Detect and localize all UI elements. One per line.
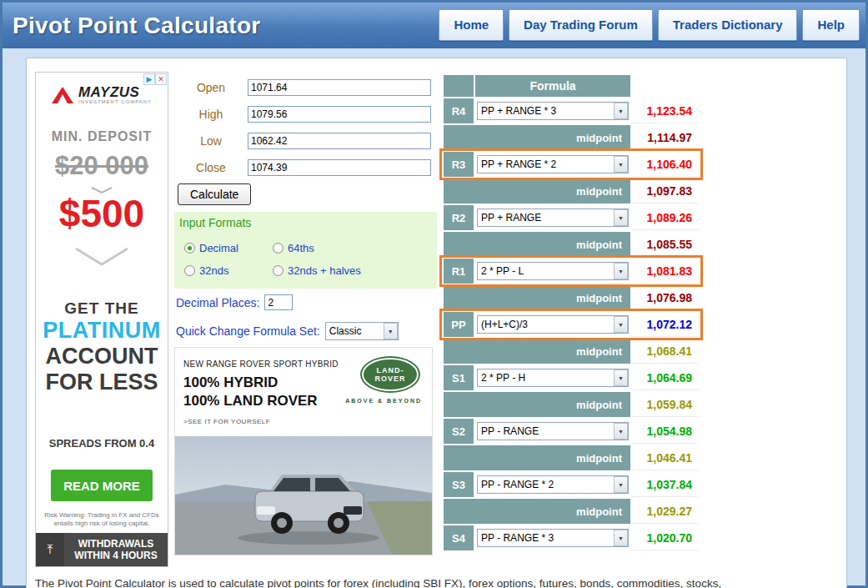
nav-traders-dictionary[interactable]: Traders Dictionary	[658, 9, 798, 41]
value-r1: 1,081.83	[632, 259, 699, 284]
footer-description: The Pivot Point Calculator is used to ca…	[35, 577, 835, 588]
close-label: Close	[174, 161, 248, 174]
adchoices: ▶ ✕	[143, 73, 167, 85]
radio-32nds-halves[interactable]	[273, 265, 283, 276]
value-s4: 1,020.70	[632, 525, 699, 550]
value-r4: 1,123.54	[632, 98, 699, 123]
row-label-pp: PP	[444, 312, 474, 337]
calculate-button[interactable]: Calculate	[178, 183, 251, 205]
open-label: Open	[174, 81, 248, 94]
low-input[interactable]	[248, 133, 431, 149]
field-row-close: Close	[174, 158, 437, 176]
ad-line-account: ACCOUNT	[36, 344, 168, 369]
brand-subtitle: INVESTMENT COMPANY	[78, 99, 152, 104]
lr-cta[interactable]: >SEE IT FOR YOURSELF	[183, 418, 270, 425]
nav-day-trading-forum[interactable]: Day Trading Forum	[509, 9, 653, 41]
high-label: High	[174, 108, 248, 121]
radio-decimal[interactable]	[184, 243, 195, 254]
lr-headline: NEW RANGE ROVER SPORT HYBRID	[183, 359, 339, 369]
value-r3: 1,106.40	[632, 152, 699, 177]
land-rover-logo: LAND- ROVER	[362, 358, 419, 391]
midpoint-label-5: midpoint	[444, 339, 630, 364]
formula-select-s4[interactable]: PP - RANGE * 3	[477, 529, 629, 547]
formula-select-r2[interactable]: PP + RANGE	[477, 209, 629, 227]
ad-line-for-less: FOR LESS	[36, 369, 168, 395]
midpoint-label-7: midpoint	[444, 445, 630, 470]
value-s1: 1,064.69	[632, 365, 699, 390]
row-label-s1: S1	[444, 365, 474, 390]
withdrawals-line2: WITHIN 4 HOURS	[64, 550, 168, 561]
nav-help[interactable]: Help	[802, 9, 860, 41]
quick-change-select[interactable]: Classic	[325, 322, 399, 340]
quick-change-row: Quick Change Formula Set: Classic ▼	[176, 322, 399, 340]
quick-change-label: Quick Change Formula Set:	[176, 324, 320, 338]
row-label-r3: R3	[444, 152, 474, 177]
main-panel: ▶ ✕ MAYZUS INVESTMENT COMPANY MIN. DEPOS…	[26, 58, 847, 588]
row-label-s2: S2	[444, 419, 474, 444]
up-arrows-icon: ⤒	[36, 533, 64, 566]
min-deposit-label: MIN. DEPOSIT	[36, 129, 168, 144]
risk-warning: Risk Warning: Trading in FX and CFDs ent…	[39, 511, 164, 528]
mayzus-ad[interactable]: ▶ ✕ MAYZUS INVESTMENT COMPANY MIN. DEPOS…	[35, 72, 168, 567]
input-formats-panel: Input Formats Decimal 64ths 32nds 32nds …	[174, 212, 437, 289]
midpoint-label-4: midpoint	[444, 285, 630, 310]
ad-close-icon[interactable]: ✕	[155, 73, 167, 85]
radio-32nds[interactable]	[184, 265, 195, 276]
formula-select-r3[interactable]: PP + RANGE * 2	[477, 155, 629, 173]
row-label-r4: R4	[444, 98, 474, 123]
value-midpoint-5: 1,068.41	[632, 339, 699, 364]
decimal-places-input[interactable]	[264, 294, 293, 310]
value-midpoint-3: 1,085.55	[632, 232, 699, 257]
land-rover-ad[interactable]: NEW RANGE ROVER SPORT HYBRID 100% HYBRID…	[174, 347, 433, 555]
value-s2: 1,054.98	[632, 419, 699, 444]
table-corner-cell	[444, 75, 474, 97]
field-row-open: Open	[174, 78, 437, 96]
lr-hybrid-line: 100% HYBRID	[183, 374, 278, 391]
read-more-button[interactable]: READ MORE	[51, 470, 153, 501]
radio-64ths[interactable]	[273, 243, 283, 254]
page-title: Pivot Point Calculator	[13, 13, 261, 39]
nav-home[interactable]: Home	[439, 9, 504, 41]
new-amount: $500	[36, 194, 168, 233]
brand-name: MAYZUS	[78, 86, 152, 99]
ribbon-chevron-icon	[73, 246, 131, 268]
row-label-r2: R2	[444, 205, 474, 230]
old-amount: $20 000	[36, 151, 168, 181]
field-row-low: Low	[174, 132, 437, 149]
value-pp: 1,072.12	[632, 312, 699, 337]
close-input[interactable]	[248, 159, 431, 176]
adchoices-icon[interactable]: ▶	[143, 73, 155, 85]
formula-select-s3[interactable]: PP - RANGE * 2	[477, 475, 629, 494]
nav: Home Day Trading Forum Traders Dictionar…	[439, 9, 860, 41]
formula-select-s2[interactable]: PP - RANGE	[477, 422, 629, 440]
value-midpoint-8: 1,029.27	[632, 499, 699, 524]
lr-landrover-line: 100% LAND ROVER	[183, 393, 318, 410]
withdrawals-line1: WITHDRAWALS	[64, 538, 168, 550]
header-bar: Pivot Point Calculator Home Day Trading …	[3, 3, 865, 48]
input-column: Open High Low Close Calculate Input Form…	[174, 58, 437, 588]
midpoint-label-1: midpoint	[444, 125, 630, 150]
value-header-blank	[632, 75, 699, 97]
formula-select-s1[interactable]: 2 * PP - H	[477, 369, 629, 387]
page: Pivot Point Calculator Home Day Trading …	[0, 0, 868, 588]
radio-32nds-label[interactable]: 32nds	[199, 264, 228, 277]
radio-32nds-halves-label[interactable]: 32nds + halves	[288, 264, 361, 277]
value-s3: 1,037.84	[632, 472, 699, 497]
pivot-table: Formula R4 PP + RANGE * 3▼ 1,123.54 midp…	[444, 75, 699, 550]
radio-decimal-label[interactable]: Decimal	[199, 242, 238, 254]
high-input[interactable]	[248, 106, 431, 123]
row-label-s3: S3	[444, 472, 474, 497]
withdrawals-banner: ⤒ WITHDRAWALS WITHIN 4 HOURS	[36, 533, 168, 566]
formula-select-pp[interactable]: (H+L+C)/3	[477, 315, 629, 334]
ad-line-spreads: SPREADS FROM 0.4	[36, 437, 168, 450]
formula-header: Formula	[475, 75, 630, 97]
mayzus-logo-icon	[52, 87, 73, 103]
midpoint-label-8: midpoint	[444, 499, 630, 524]
open-input[interactable]	[248, 79, 431, 96]
row-label-s4: S4	[444, 525, 474, 550]
mayzus-brand: MAYZUS INVESTMENT COMPANY	[36, 86, 168, 104]
radio-64ths-label[interactable]: 64ths	[288, 242, 314, 254]
value-midpoint-4: 1,076.98	[632, 285, 699, 310]
formula-select-r1[interactable]: 2 * PP - L	[477, 262, 629, 280]
formula-select-r4[interactable]: PP + RANGE * 3	[477, 102, 629, 120]
